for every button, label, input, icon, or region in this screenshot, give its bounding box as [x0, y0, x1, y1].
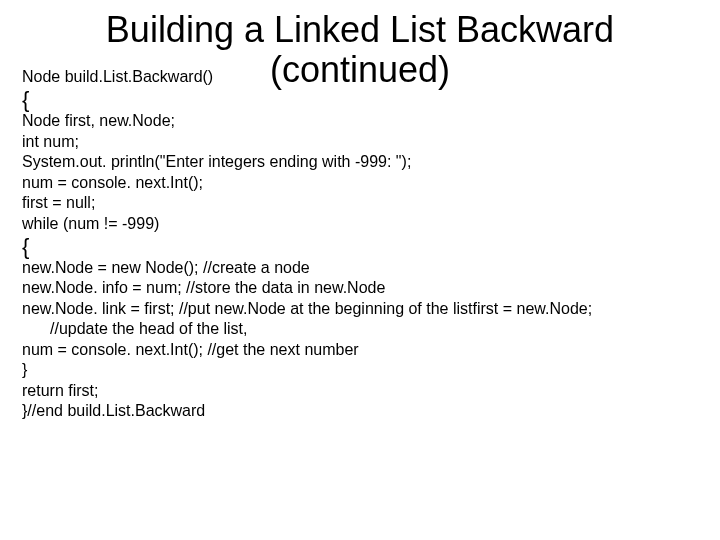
- code-line: }: [22, 360, 698, 380]
- code-block-2: new.Node = new Node(); //create a node n…: [22, 258, 698, 422]
- open-brace-1: {: [22, 89, 698, 111]
- code-line: num = console. next.Int(); //get the nex…: [22, 340, 698, 360]
- code-line: new.Node. info = num; //store the data i…: [22, 278, 698, 298]
- code-line: new.Node = new Node(); //create a node: [22, 258, 698, 278]
- title-line-1: Building a Linked List Backward: [106, 9, 614, 50]
- slide: Building a Linked List Backward (continu…: [0, 0, 720, 540]
- code-line: new.Node. link = first; //put new.Node a…: [22, 299, 698, 319]
- code-line: Node first, new.Node;: [22, 111, 698, 131]
- code-line: int num;: [22, 132, 698, 152]
- code-line: first = null;: [22, 193, 698, 213]
- code-line: num = console. next.Int();: [22, 173, 698, 193]
- code-line: }//end build.List.Backward: [22, 401, 698, 421]
- title-line-2: (continued): [270, 49, 450, 90]
- open-brace-2: {: [22, 236, 698, 258]
- code-line: System.out. println("Enter integers endi…: [22, 152, 698, 172]
- code-line: return first;: [22, 381, 698, 401]
- code-block-1: Node first, new.Node; int num; System.ou…: [22, 111, 698, 234]
- code-line-continuation: //update the head of the list,: [22, 319, 698, 339]
- code-line: while (num != -999): [22, 214, 698, 234]
